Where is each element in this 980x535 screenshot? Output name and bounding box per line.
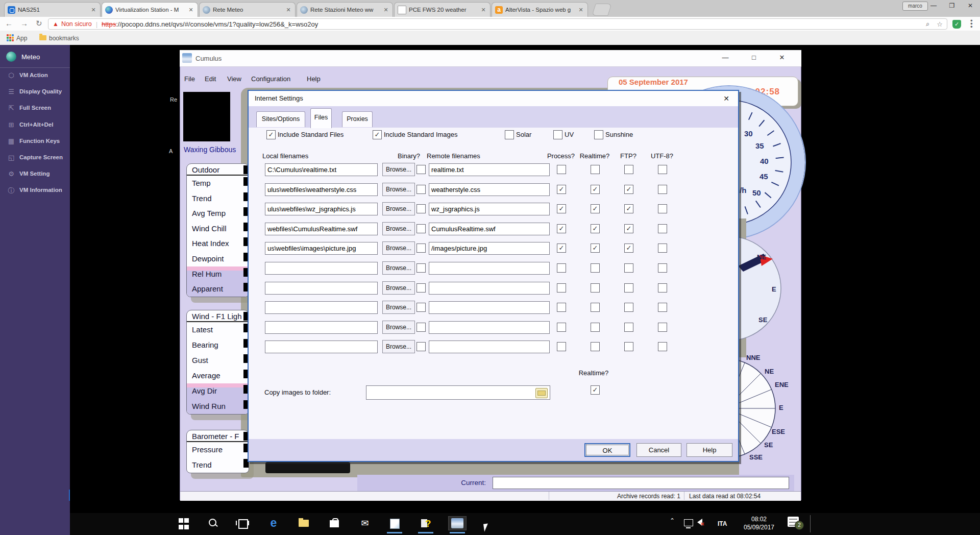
process-checkbox[interactable] bbox=[557, 342, 566, 351]
browse-button[interactable]: Browse... bbox=[382, 183, 415, 196]
current-value-field[interactable] bbox=[493, 477, 789, 489]
remote-filename-field[interactable] bbox=[429, 301, 550, 314]
ftp-checkbox[interactable] bbox=[624, 303, 633, 312]
task-view-icon[interactable] bbox=[234, 517, 251, 530]
process-checkbox[interactable] bbox=[557, 283, 566, 293]
remote-filename-field[interactable] bbox=[429, 163, 550, 176]
sidebar-item-function-keys[interactable]: ▦Function Keys bbox=[0, 137, 70, 151]
cancel-button[interactable]: Cancel bbox=[636, 443, 681, 457]
local-filename-field[interactable] bbox=[265, 262, 378, 275]
browse-button[interactable]: Browse... bbox=[382, 241, 415, 255]
utf8-checkbox[interactable] bbox=[658, 323, 667, 332]
local-filename-field[interactable] bbox=[265, 223, 378, 235]
cumulus-close-button[interactable]: ✕ bbox=[774, 52, 790, 63]
ftp-checkbox[interactable] bbox=[624, 263, 633, 273]
browser-tab[interactable]: PCE FWS 20 weather✕ bbox=[394, 2, 491, 17]
process-checkbox[interactable] bbox=[557, 224, 566, 233]
remote-filename-field[interactable] bbox=[429, 282, 550, 295]
panel-item-apparent[interactable]: Apparent bbox=[187, 281, 249, 297]
panel-item-avg-dir[interactable]: Avg Dir bbox=[187, 383, 249, 399]
process-checkbox[interactable] bbox=[557, 263, 566, 273]
browse-button[interactable]: Browse... bbox=[382, 222, 415, 235]
browse-button[interactable]: Browse... bbox=[382, 321, 415, 334]
panel-item-dewpoint[interactable]: Dewpoint bbox=[187, 251, 249, 266]
dialog-close-icon[interactable]: ✕ bbox=[720, 93, 733, 104]
checkbox-sunshine[interactable] bbox=[594, 130, 603, 139]
sidebar-item-vm-action[interactable]: ⬡VM Action bbox=[0, 71, 70, 85]
ftp-checkbox[interactable] bbox=[624, 185, 633, 194]
ftp-checkbox[interactable] bbox=[624, 165, 633, 174]
remote-filename-field[interactable] bbox=[429, 203, 550, 215]
remote-filename-field[interactable] bbox=[429, 242, 550, 255]
forward-button[interactable]: → bbox=[20, 19, 28, 28]
realtime-copy-checkbox[interactable] bbox=[591, 385, 600, 395]
zoom-icon[interactable]: ⌕ bbox=[926, 20, 929, 28]
sidebar-item-full-screen[interactable]: ⇱Full Screen bbox=[0, 104, 70, 117]
window-minimize-button[interactable]: — bbox=[925, 1, 942, 10]
browser-tab[interactable]: AlterVista - Spazio web g✕ bbox=[492, 2, 588, 17]
realtime-checkbox[interactable] bbox=[591, 342, 600, 351]
remote-filename-field[interactable] bbox=[429, 262, 550, 275]
local-filename-field[interactable] bbox=[265, 203, 378, 215]
local-filename-field[interactable] bbox=[265, 341, 378, 353]
notepad-icon[interactable] bbox=[386, 517, 403, 530]
security-warning-label[interactable]: Non sicuro bbox=[61, 20, 92, 28]
bookmarks-folder-label[interactable]: bookmarks bbox=[49, 35, 79, 42]
panel-item-temp[interactable]: Temp bbox=[187, 176, 249, 191]
binary-checkbox[interactable] bbox=[416, 283, 426, 293]
volume-muted-icon[interactable] bbox=[697, 519, 702, 526]
bookmark-star-icon[interactable]: ☆ bbox=[937, 20, 943, 28]
binary-checkbox[interactable] bbox=[416, 165, 426, 174]
realtime-checkbox[interactable] bbox=[591, 283, 600, 293]
sidebar-item-vm-information[interactable]: ⓘVM Information bbox=[0, 186, 70, 200]
apps-shortcut[interactable]: App bbox=[16, 35, 27, 42]
process-checkbox[interactable] bbox=[557, 165, 566, 174]
utf8-checkbox[interactable] bbox=[658, 263, 667, 273]
checkbox-include-standard-images[interactable] bbox=[373, 130, 382, 139]
utf8-checkbox[interactable] bbox=[658, 224, 667, 233]
process-checkbox[interactable] bbox=[557, 204, 566, 213]
browse-button[interactable]: Browse... bbox=[382, 163, 415, 176]
apps-grid-icon[interactable] bbox=[7, 34, 14, 41]
tab-sites-options[interactable]: Sites/Options bbox=[256, 111, 305, 127]
binary-checkbox[interactable] bbox=[416, 303, 426, 312]
realtime-checkbox[interactable] bbox=[591, 263, 600, 273]
menu-configuration[interactable]: Configuration bbox=[251, 75, 290, 83]
remote-filename-field[interactable] bbox=[429, 223, 550, 235]
ftp-checkbox[interactable] bbox=[624, 224, 633, 233]
panel-item-average[interactable]: Average bbox=[187, 368, 249, 383]
tray-chevron-icon[interactable]: ⌃ bbox=[670, 517, 675, 524]
edge-icon[interactable]: e bbox=[265, 517, 282, 530]
store-icon[interactable] bbox=[326, 517, 343, 530]
local-filename-field[interactable] bbox=[265, 163, 378, 176]
ftp-checkbox[interactable] bbox=[624, 204, 633, 213]
browser-tab[interactable]: Rete Meteo✕ bbox=[199, 2, 296, 17]
reload-button[interactable]: ↻ bbox=[36, 19, 42, 28]
browser-menu-icon[interactable]: ••• bbox=[970, 19, 973, 29]
window-close-button[interactable]: ✕ bbox=[962, 1, 979, 10]
window-restore-button[interactable]: ❐ bbox=[943, 1, 961, 10]
realtime-checkbox[interactable] bbox=[591, 165, 600, 174]
process-checkbox[interactable] bbox=[557, 303, 566, 312]
utf8-checkbox[interactable] bbox=[658, 185, 667, 194]
browser-tab[interactable]: Virtualization Station - M✕ bbox=[102, 2, 198, 17]
panel-item-wind-run[interactable]: Wind Run bbox=[187, 399, 249, 414]
realtime-checkbox[interactable] bbox=[591, 303, 600, 312]
menu-view[interactable]: View bbox=[227, 75, 241, 83]
remote-filename-field[interactable] bbox=[429, 321, 550, 334]
copy-images-field[interactable] bbox=[366, 385, 550, 400]
tab-files[interactable]: Files bbox=[310, 108, 332, 128]
sidebar-item-vm-setting[interactable]: ⚙VM Setting bbox=[0, 170, 70, 183]
menu-file[interactable]: File bbox=[184, 75, 195, 83]
panel-item-latest[interactable]: Latest bbox=[187, 322, 249, 337]
language-indicator[interactable]: ITA bbox=[718, 520, 727, 527]
browse-button[interactable]: Browse... bbox=[382, 202, 415, 215]
browse-button[interactable]: Browse... bbox=[382, 281, 415, 295]
sidebar-item-ctrl-alt-del[interactable]: ⊞Ctrl+Alt+Del bbox=[0, 121, 70, 134]
binary-checkbox[interactable] bbox=[416, 204, 426, 213]
panel-item-wind-chill[interactable]: Wind Chill bbox=[187, 221, 249, 236]
ftp-checkbox[interactable] bbox=[624, 244, 633, 253]
realtime-checkbox[interactable] bbox=[591, 185, 600, 194]
browse-button[interactable]: Browse... bbox=[382, 340, 415, 353]
remote-filename-field[interactable] bbox=[429, 183, 550, 196]
